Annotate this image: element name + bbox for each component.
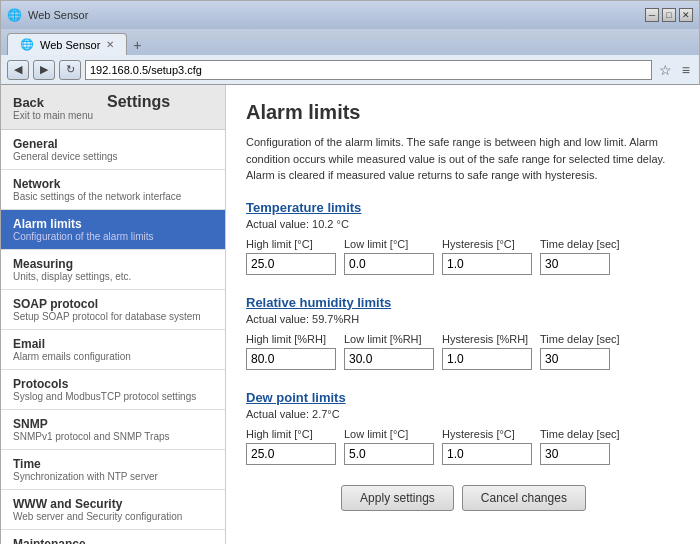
dewpoint-delay-label: Time delay [sec]: [540, 428, 620, 440]
temperature-section-title: Temperature limits: [246, 200, 681, 215]
sidebar-item-email[interactable]: Email Alarm emails configuration: [1, 330, 225, 370]
sidebar-item-www-security[interactable]: WWW and Security Web server and Security…: [1, 490, 225, 530]
new-tab-button[interactable]: +: [127, 35, 147, 55]
temperature-delay-field: Time delay [sec]: [540, 238, 620, 275]
window-controls: ─ □ ✕: [645, 8, 693, 22]
sidebar-item-maintenance[interactable]: Maintenance Factory defaults, info, etc.: [1, 530, 225, 544]
dewpoint-fields-row: High limit [°C] Low limit [°C] Hysteresi…: [246, 428, 681, 465]
minimize-button[interactable]: ─: [645, 8, 659, 22]
humidity-delay-input[interactable]: [540, 348, 610, 370]
back-sub: Exit to main menu: [13, 110, 93, 121]
sidebar-item-snmp[interactable]: SNMP SNMPv1 protocol and SNMP Traps: [1, 410, 225, 450]
temperature-fields-row: High limit [°C] Low limit [°C] Hysteresi…: [246, 238, 681, 275]
temperature-low-label: Low limit [°C]: [344, 238, 434, 250]
dewpoint-low-label: Low limit [°C]: [344, 428, 434, 440]
tab-bar: 🌐 Web Sensor ✕ +: [1, 29, 699, 55]
sidebar-item-measuring[interactable]: Measuring Units, display settings, etc.: [1, 250, 225, 290]
maximize-button[interactable]: □: [662, 8, 676, 22]
humidity-section: Relative humidity limits Actual value: 5…: [246, 295, 681, 370]
dewpoint-delay-input[interactable]: [540, 443, 610, 465]
temperature-delay-input[interactable]: [540, 253, 610, 275]
humidity-high-input[interactable]: [246, 348, 336, 370]
humidity-high-field: High limit [%RH]: [246, 333, 336, 370]
sidebar-item-alarm-limits[interactable]: Alarm limits Configuration of the alarm …: [1, 210, 225, 250]
page-title: Alarm limits: [246, 101, 681, 124]
sidebar-item-time[interactable]: Time Synchronization with NTP server: [1, 450, 225, 490]
temperature-low-input[interactable]: [344, 253, 434, 275]
apply-settings-button[interactable]: Apply settings: [341, 485, 454, 511]
sidebar-item-general[interactable]: General General device settings: [1, 130, 225, 170]
action-buttons: Apply settings Cancel changes: [246, 485, 681, 511]
nav-bar: ◀ ▶ ↻ ☆ ≡: [1, 55, 699, 85]
menu-button[interactable]: ≡: [679, 62, 693, 78]
humidity-hysteresis-field: Hysteresis [%RH]: [442, 333, 532, 370]
sidebar-item-soap[interactable]: SOAP protocol Setup SOAP protocol for da…: [1, 290, 225, 330]
title-label: Web Sensor: [28, 9, 88, 21]
dewpoint-section-title: Dew point limits: [246, 390, 681, 405]
temperature-hysteresis-label: Hysteresis [°C]: [442, 238, 532, 250]
browser-window: 🌐 Web Sensor ─ □ ✕ 🌐 Web Sensor ✕ + ◀ ▶ …: [0, 0, 700, 544]
temperature-high-field: High limit [°C]: [246, 238, 336, 275]
dewpoint-hysteresis-field: Hysteresis [°C]: [442, 428, 532, 465]
humidity-section-title: Relative humidity limits: [246, 295, 681, 310]
page-description: Configuration of the alarm limits. The s…: [246, 134, 681, 184]
sidebar-item-protocols[interactable]: Protocols Syslog and ModbusTCP protocol …: [1, 370, 225, 410]
dewpoint-high-label: High limit [°C]: [246, 428, 336, 440]
dewpoint-section: Dew point limits Actual value: 2.7°C Hig…: [246, 390, 681, 465]
dewpoint-low-input[interactable]: [344, 443, 434, 465]
refresh-button[interactable]: ↻: [59, 60, 81, 80]
temperature-actual-value: Actual value: 10.2 °C: [246, 218, 681, 230]
dewpoint-delay-field: Time delay [sec]: [540, 428, 620, 465]
humidity-hysteresis-label: Hysteresis [%RH]: [442, 333, 532, 345]
sidebar: Back Exit to main menu Settings General …: [1, 85, 226, 544]
humidity-fields-row: High limit [%RH] Low limit [%RH] Hystere…: [246, 333, 681, 370]
humidity-delay-label: Time delay [sec]: [540, 333, 620, 345]
browser-icon: 🌐: [7, 8, 22, 22]
temperature-high-label: High limit [°C]: [246, 238, 336, 250]
forward-button[interactable]: ▶: [33, 60, 55, 80]
tab-label: Web Sensor: [40, 39, 100, 51]
sidebar-back-item[interactable]: Back Exit to main menu Settings: [1, 85, 225, 130]
humidity-actual-value: Actual value: 59.7%RH: [246, 313, 681, 325]
dewpoint-actual-value: Actual value: 2.7°C: [246, 408, 681, 420]
dewpoint-high-field: High limit [°C]: [246, 428, 336, 465]
dewpoint-hysteresis-input[interactable]: [442, 443, 532, 465]
humidity-delay-field: Time delay [sec]: [540, 333, 620, 370]
app-window: Back Exit to main menu Settings General …: [1, 85, 700, 544]
settings-heading: Settings: [107, 93, 170, 111]
temperature-hysteresis-field: Hysteresis [°C]: [442, 238, 532, 275]
humidity-low-label: Low limit [%RH]: [344, 333, 434, 345]
tab-icon: 🌐: [20, 38, 34, 51]
temperature-delay-label: Time delay [sec]: [540, 238, 620, 250]
title-bar: 🌐 Web Sensor ─ □ ✕: [1, 1, 699, 29]
temperature-hysteresis-input[interactable]: [442, 253, 532, 275]
cancel-changes-button[interactable]: Cancel changes: [462, 485, 586, 511]
dewpoint-hysteresis-label: Hysteresis [°C]: [442, 428, 532, 440]
close-button[interactable]: ✕: [679, 8, 693, 22]
temperature-section: Temperature limits Actual value: 10.2 °C…: [246, 200, 681, 275]
dewpoint-low-field: Low limit [°C]: [344, 428, 434, 465]
temperature-low-field: Low limit [°C]: [344, 238, 434, 275]
dewpoint-high-input[interactable]: [246, 443, 336, 465]
humidity-high-label: High limit [%RH]: [246, 333, 336, 345]
back-label: Back: [13, 95, 93, 110]
back-button[interactable]: ◀: [7, 60, 29, 80]
humidity-low-field: Low limit [%RH]: [344, 333, 434, 370]
star-button[interactable]: ☆: [656, 62, 675, 78]
humidity-low-input[interactable]: [344, 348, 434, 370]
sidebar-item-network[interactable]: Network Basic settings of the network in…: [1, 170, 225, 210]
tab-close-icon[interactable]: ✕: [106, 39, 114, 50]
main-content: Alarm limits Configuration of the alarm …: [226, 85, 700, 544]
active-tab[interactable]: 🌐 Web Sensor ✕: [7, 33, 127, 55]
temperature-high-input[interactable]: [246, 253, 336, 275]
humidity-hysteresis-input[interactable]: [442, 348, 532, 370]
address-bar[interactable]: [85, 60, 652, 80]
